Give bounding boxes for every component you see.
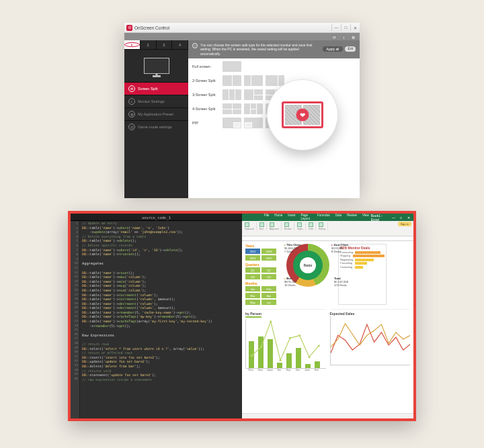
monitor-tab-1[interactable] — [124, 40, 140, 49]
monitor-tab-2[interactable]: 2 — [140, 40, 157, 49]
minimize-button[interactable]: — — [391, 215, 397, 220]
app-icon — [126, 25, 132, 31]
layout-option-2c[interactable] — [266, 75, 284, 86]
svg-point-8 — [308, 356, 310, 358]
nav-monitor-settings[interactable]: ≡Monitor Settings — [124, 95, 188, 107]
grid-icon: ⊞ — [128, 85, 135, 92]
layout-option-full[interactable] — [223, 61, 241, 72]
editor-tab[interactable]: source_code_1 — [71, 214, 242, 221]
slicer-months: MonthsJanFebMarAprMayJun — [245, 281, 278, 305]
ribbon-group-editing[interactable]: Editing — [319, 222, 328, 230]
svg-point-7 — [298, 334, 300, 337]
nav-game-mode[interactable]: ▧Game mode settings — [124, 120, 188, 133]
line-gutter: 1234567891011121314151617181920212223242… — [71, 221, 80, 418]
slicer-title: Months — [245, 281, 278, 285]
svg-point-1 — [129, 27, 130, 28]
hbar-row: Negotiating — [340, 259, 385, 261]
layout-option-2a[interactable] — [223, 75, 241, 86]
layout-option-4a[interactable] — [223, 103, 241, 114]
layout-option-2b[interactable] — [244, 75, 263, 86]
apps-icon: ▦ — [128, 111, 135, 118]
nav-label: My Application Preset — [138, 112, 173, 116]
slicer-chip[interactable]: Q2 — [261, 267, 276, 273]
minimize-button[interactable]: — — [331, 24, 341, 31]
slicer-chip[interactable]: 2012 — [245, 249, 260, 254]
row-label: 4-Screen Split — [192, 107, 219, 111]
slicer-chip[interactable]: Jun — [261, 300, 276, 305]
donut-center: Ratio — [300, 257, 316, 273]
formula-bar[interactable] — [242, 236, 413, 241]
exit-button[interactable]: Exit — [345, 46, 356, 52]
slicer-chip[interactable]: Q1 — [245, 267, 260, 273]
slicer-chip[interactable]: Apr — [261, 293, 276, 298]
zoom-lens: ❤ — [268, 80, 337, 150]
ribbon-group-alignment[interactable]: Alignment — [270, 222, 282, 230]
toolbar: ⟳ i ⚙ — [124, 33, 360, 40]
slicer-chip[interactable]: Feb — [261, 286, 276, 292]
expected-sales-chart: Expected Sales — [330, 309, 411, 371]
layout-option-4b[interactable] — [244, 103, 263, 114]
code-area[interactable]: // Update an entry DB::table('name')->wh… — [80, 221, 242, 418]
row-label: PIP — [192, 121, 219, 125]
eye-icon — [124, 42, 140, 47]
slicer-quarters: QuartersQ1Q2Q3Q4 — [245, 263, 278, 279]
slicer-chip[interactable]: May — [245, 300, 260, 305]
svg-point-6 — [289, 337, 291, 339]
hbar-row: Contacting — [340, 266, 385, 269]
layout-option-3a[interactable] — [223, 89, 241, 100]
titlebar[interactable]: OnScreen Control — □ ✕ — [124, 23, 360, 33]
slicer-chip[interactable]: Q3 — [245, 274, 260, 279]
slicer-chip[interactable]: Jan — [245, 286, 260, 292]
main-panel: i You can choose the screen split type f… — [188, 40, 360, 198]
ribbon-group-number[interactable]: Number — [284, 222, 294, 230]
maximize-button[interactable]: □ — [341, 24, 350, 31]
slicer-chip[interactable]: 2014 — [245, 255, 260, 261]
svg-point-2 — [251, 355, 253, 357]
nav-screen-split[interactable]: ⊞Screen Split — [124, 82, 188, 95]
layout-option-pip2[interactable] — [244, 118, 263, 128]
onscreen-control-window: OnScreen Control — □ ✕ ⟳ i ⚙ 2 3 4 — [124, 23, 360, 191]
layout-option-pip1[interactable] — [223, 118, 241, 128]
layout-option-3b[interactable] — [244, 89, 263, 100]
monitor-tab-4[interactable]: 4 — [172, 40, 188, 49]
row-label: Full screen — [192, 64, 219, 69]
info-circle-icon: i — [192, 43, 198, 48]
slicer-chip[interactable]: Mar — [245, 293, 260, 298]
hbar-row: Consulting — [340, 262, 385, 265]
nav-label: Game mode settings — [138, 125, 172, 129]
slicer-title: Quarters — [245, 263, 278, 267]
nav-label: Monitor Settings — [138, 99, 165, 103]
row-label: 2-Screen Split — [192, 79, 219, 83]
maximize-button[interactable]: □ — [398, 215, 404, 220]
monitor-preview — [124, 50, 188, 82]
ribbon: ClipboardFontAlignmentNumberStylesCellsE… — [242, 221, 413, 236]
info-banner: i You can choose the screen split type f… — [188, 40, 360, 58]
gamepad-icon: ▧ — [128, 124, 135, 130]
sidebar: 2 3 4 ⊞Screen Split ≡Monitor Settings ▦M… — [124, 40, 188, 198]
nav-app-preset[interactable]: ▦My Application Preset — [124, 107, 188, 120]
slicer-years: Years2012201320142015 — [245, 244, 278, 261]
row-label: 3-Screen Split — [192, 93, 219, 97]
slicer-chip[interactable]: Q4 — [261, 274, 276, 279]
nav: ⊞Screen Split ≡Monitor Settings ▦My Appl… — [124, 82, 188, 133]
zoom-layout-2split: ❤ — [282, 101, 323, 128]
slicer-chip[interactable]: 2015 — [261, 255, 276, 261]
svg-point-5 — [280, 359, 282, 361]
ribbon-group-clipboard[interactable]: Clipboard — [245, 222, 257, 230]
ribbon-group-cells[interactable]: Cells — [309, 222, 316, 230]
window-title: OnScreen Control — [134, 26, 169, 30]
ribbon-group-font[interactable]: Font — [259, 222, 267, 230]
by-person-chart: by Person ChrisSamJasonTomRoyKimJaneEve — [245, 309, 326, 371]
heart-icon: ❤ — [296, 108, 309, 121]
chart-title: by Person — [245, 312, 261, 318]
status-bar — [242, 413, 413, 418]
close-button[interactable]: ✕ — [405, 215, 411, 220]
excel-titlebar[interactable]: FileHomeInsertPage LayoutFormulasDataRev… — [242, 214, 413, 221]
nav-label: Screen Split — [138, 87, 158, 91]
apply-all-button[interactable]: Apply all — [323, 46, 344, 52]
sign-in-pill[interactable]: Sign in — [398, 222, 411, 226]
monitor-tab-3[interactable]: 3 — [157, 40, 173, 49]
close-button[interactable]: ✕ — [350, 24, 360, 31]
ribbon-group-styles[interactable]: Styles — [297, 222, 306, 230]
slicer-chip[interactable]: 2013 — [261, 249, 276, 254]
